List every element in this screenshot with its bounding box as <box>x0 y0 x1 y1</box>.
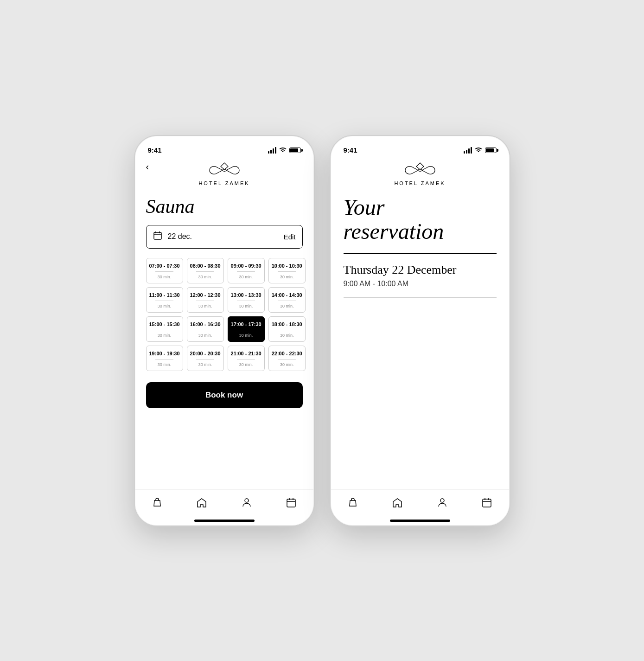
time-duration-14: 30 min. <box>239 362 253 367</box>
nav-person-left[interactable] <box>234 495 260 513</box>
back-button[interactable]: ‹ <box>146 162 149 171</box>
time-duration-0: 30 min. <box>158 275 172 279</box>
time-range-3: 10:00 - 10:30 <box>272 263 302 269</box>
time-range-7: 14:00 - 14:30 <box>272 292 302 298</box>
svg-point-5 <box>245 499 249 502</box>
bottom-nav-right <box>331 489 510 517</box>
time-duration-6: 30 min. <box>239 304 253 308</box>
time-divider-9 <box>196 330 215 330</box>
nav-person-right[interactable] <box>429 495 455 513</box>
signal-icon-right <box>464 147 472 154</box>
reservation-top-divider <box>344 253 497 254</box>
time-slot-11[interactable]: 18:00 - 18:30 30 min. <box>268 316 306 342</box>
time-range-9: 16:00 - 16:30 <box>190 321 221 327</box>
time-range-12: 19:00 - 19:30 <box>149 351 180 356</box>
person-icon-right <box>437 497 448 511</box>
app-header-left: ‹ HOTEL ZAMEK <box>135 158 314 186</box>
nav-home-left[interactable] <box>189 495 215 513</box>
status-bar-left: 9:41 <box>135 136 314 158</box>
time-duration-8: 30 min. <box>158 333 172 338</box>
left-phone: 9:41 ‹ HOTEL ZAMEK <box>134 135 315 526</box>
signal-icon <box>268 147 276 154</box>
time-range-0: 07:00 - 07:30 <box>149 263 180 269</box>
time-range-1: 08:00 - 08:30 <box>190 263 221 269</box>
time-duration-10: 30 min. <box>239 333 253 338</box>
time-slot-0[interactable]: 07:00 - 07:30 30 min. <box>146 258 183 283</box>
time-slot-7[interactable]: 14:00 - 14:30 30 min. <box>268 287 306 313</box>
time-divider-14 <box>237 359 255 359</box>
time-duration-7: 30 min. <box>280 304 294 308</box>
reservation-title-line1: Your <box>344 195 385 219</box>
time-slot-6[interactable]: 13:00 - 13:30 30 min. <box>228 287 265 313</box>
date-selector[interactable]: 22 dec. Edit <box>146 225 303 249</box>
time-divider-15 <box>278 359 296 359</box>
time-divider-1 <box>196 271 215 272</box>
edit-button[interactable]: Edit <box>284 233 296 241</box>
logo-svg-right <box>402 162 439 179</box>
bag-icon-right <box>347 497 358 511</box>
reservation-title-line2: reservation <box>344 219 444 244</box>
time-slot-12[interactable]: 19:00 - 19:30 30 min. <box>146 346 183 371</box>
time-range-15: 22:00 - 22:30 <box>272 351 302 356</box>
bag-icon <box>152 497 163 511</box>
bottom-nav-left <box>135 489 314 517</box>
time-duration-12: 30 min. <box>158 362 172 367</box>
time-duration-1: 30 min. <box>198 275 212 279</box>
time-range-14: 21:00 - 21:30 <box>231 351 261 356</box>
nav-calendar-left[interactable] <box>278 495 304 513</box>
home-icon-right <box>392 497 403 511</box>
time-slot-13[interactable]: 20:00 - 20:30 30 min. <box>187 346 224 371</box>
time-slot-8[interactable]: 15:00 - 15:30 30 min. <box>146 316 183 342</box>
time-duration-9: 30 min. <box>198 333 212 338</box>
time-range-13: 20:00 - 20:30 <box>190 351 221 356</box>
time-divider-0 <box>155 271 174 272</box>
person-icon <box>241 497 252 511</box>
status-time-left: 9:41 <box>148 146 162 154</box>
reservation-time: 9:00 AM - 10:00 AM <box>344 280 497 288</box>
time-divider-3 <box>278 271 296 272</box>
hotel-logo-left: HOTEL ZAMEK <box>198 162 249 186</box>
svg-point-11 <box>440 499 444 502</box>
wifi-icon <box>279 147 287 154</box>
time-range-4: 11:00 - 11:30 <box>149 292 180 298</box>
time-slot-grid: 07:00 - 07:30 30 min. 08:00 - 08:30 30 m… <box>146 258 303 371</box>
sauna-screen: Sauna 22 dec. Edit 07:00 - 07:30 30 min.… <box>135 186 314 489</box>
status-bar-right: 9:41 <box>331 136 510 158</box>
time-duration-13: 30 min. <box>198 362 212 367</box>
time-slot-10[interactable]: 17:00 - 17:30 30 min. <box>228 316 265 342</box>
svg-marker-10 <box>416 163 424 169</box>
reservation-bottom-divider <box>344 297 497 298</box>
time-slot-9[interactable]: 16:00 - 16:30 30 min. <box>187 316 224 342</box>
nav-bag-left[interactable] <box>144 495 170 513</box>
time-range-6: 13:00 - 13:30 <box>231 292 261 298</box>
time-range-2: 09:00 - 09:30 <box>231 263 261 269</box>
calendar-nav-icon <box>286 497 297 511</box>
status-icons-left <box>268 147 301 154</box>
reservation-screen: Your reservation Thursday 22 December 9:… <box>331 186 510 489</box>
calendar-icon-selector <box>153 231 162 243</box>
nav-calendar-right[interactable] <box>474 495 500 513</box>
time-duration-2: 30 min. <box>239 275 253 279</box>
time-slot-14[interactable]: 21:00 - 21:30 30 min. <box>228 346 265 371</box>
book-now-button[interactable]: Book now <box>146 382 303 408</box>
hotel-logo-right: HOTEL ZAMEK <box>394 162 445 186</box>
time-duration-15: 30 min. <box>280 362 294 367</box>
time-slot-1[interactable]: 08:00 - 08:30 30 min. <box>187 258 224 283</box>
status-icons-right <box>464 147 497 154</box>
time-slot-4[interactable]: 11:00 - 11:30 30 min. <box>146 287 183 313</box>
logo-svg-left <box>206 162 243 179</box>
time-divider-7 <box>278 301 296 301</box>
time-slot-5[interactable]: 12:00 - 12:30 30 min. <box>187 287 224 313</box>
nav-home-right[interactable] <box>384 495 410 513</box>
time-slot-2[interactable]: 09:00 - 09:30 30 min. <box>228 258 265 283</box>
time-duration-3: 30 min. <box>280 275 294 279</box>
right-phone: 9:41 HOTEL ZAMEK Your <box>330 135 510 526</box>
time-slot-15[interactable]: 22:00 - 22:30 30 min. <box>268 346 306 371</box>
time-divider-10 <box>237 330 255 330</box>
time-slot-3[interactable]: 10:00 - 10:30 30 min. <box>268 258 306 283</box>
time-duration-4: 30 min. <box>158 304 172 308</box>
time-divider-11 <box>278 330 296 330</box>
nav-bag-right[interactable] <box>340 495 366 513</box>
hotel-name-left: HOTEL ZAMEK <box>198 180 249 186</box>
svg-rect-12 <box>483 499 491 507</box>
